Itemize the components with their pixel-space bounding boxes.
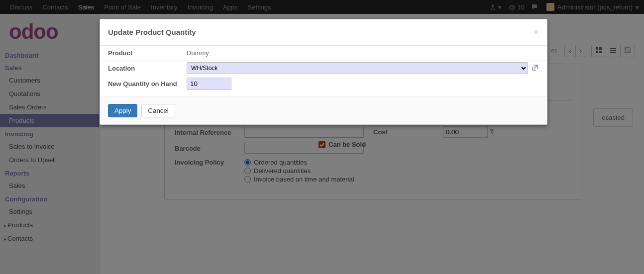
modal-qty-input[interactable] (187, 78, 231, 90)
modal-footer: Apply Cancel (100, 96, 547, 124)
modal-product-value: Dummy (187, 49, 209, 57)
modal-qty-label: New Quantity on Hand (108, 80, 187, 88)
modal-close-button[interactable]: × (533, 26, 539, 38)
modal-location-label: Location (108, 65, 187, 72)
modal-title: Update Product Quantity (108, 28, 533, 36)
external-link-icon[interactable] (531, 64, 539, 73)
cancel-button[interactable]: Cancel (141, 104, 175, 117)
modal-header: Update Product Quantity × (100, 19, 547, 45)
modal-location-select[interactable]: WH/Stock (187, 62, 528, 74)
modal-product-label: Product (108, 49, 187, 57)
apply-button[interactable]: Apply (108, 104, 137, 117)
update-quantity-modal: Update Product Quantity × Product Dummy … (100, 19, 547, 125)
